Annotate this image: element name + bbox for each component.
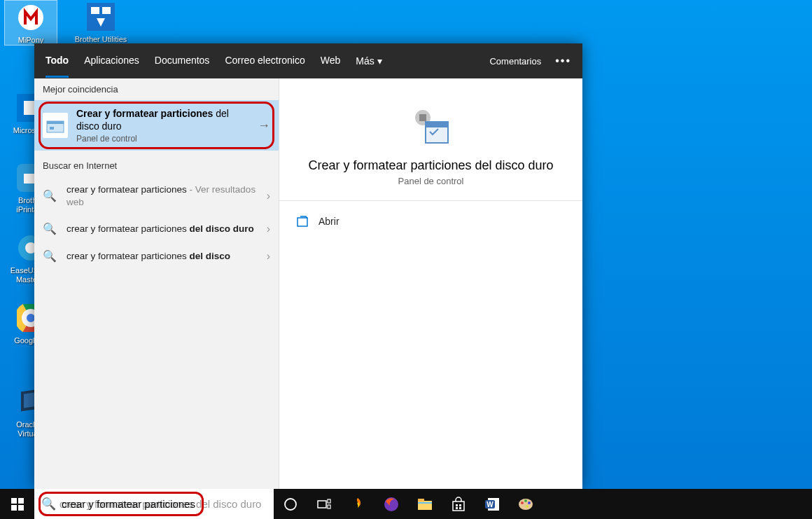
svg-rect-34: [328, 505, 330, 508]
title-bold: Crear y formatear particiones: [76, 108, 213, 119]
search-panel-header: Todo Aplicaciones Documentos Correo elec…: [34, 43, 582, 78]
search-icon: 🔍: [43, 189, 57, 202]
internet-heading: Buscar en Internet: [34, 155, 279, 177]
taskbar-app-store[interactable]: [442, 489, 475, 519]
open-action[interactable]: Abrir: [293, 209, 568, 233]
result-text: crear y formatear particiones del disco: [66, 250, 257, 263]
cortana-button[interactable]: [274, 489, 307, 519]
tab-all[interactable]: Todo: [46, 45, 69, 78]
web-result-1[interactable]: 🔍 crear y formatear particiones del disc…: [34, 215, 279, 242]
svg-rect-38: [418, 502, 432, 504]
taskbar-app-flame[interactable]: [341, 489, 374, 519]
taskbar-app-paint[interactable]: [509, 489, 542, 519]
detail-title: Crear y formatear particiones del disco …: [293, 158, 568, 173]
search-icon: 🔍: [43, 249, 57, 263]
desktop-icon-brother-utilities[interactable]: Brother Utilities: [74, 0, 127, 44]
tab-web[interactable]: Web: [321, 45, 341, 78]
search-icon: 🔍: [43, 222, 57, 235]
svg-rect-40: [456, 504, 458, 506]
arrow-right-icon[interactable]: →: [258, 118, 270, 133]
svg-rect-30: [18, 505, 24, 511]
detail-subtitle: Panel de control: [293, 176, 568, 186]
web-result-2[interactable]: 🔍 crear y formatear particiones del disc…: [34, 242, 279, 270]
result-text: crear y formatear particiones del disco …: [66, 223, 257, 235]
svg-rect-2: [91, 7, 99, 14]
svg-rect-3: [102, 7, 111, 14]
more-label: Más: [356, 55, 374, 67]
app-icon: [14, 1, 48, 34]
chevron-right-icon: ›: [267, 223, 270, 235]
tab-documents[interactable]: Documentos: [155, 45, 210, 78]
svg-rect-41: [459, 504, 461, 506]
svg-rect-39: [453, 501, 464, 511]
app-icon: [84, 0, 118, 34]
svg-rect-32: [318, 501, 326, 508]
search-body: Mejor coincidencia Crear y formatear par…: [34, 78, 582, 489]
task-view-button[interactable]: [307, 489, 341, 519]
svg-rect-28: [18, 498, 24, 504]
search-panel: Todo Aplicaciones Documentos Correo elec…: [34, 43, 582, 489]
result-text: crear y formatear particiones - Ver resu…: [66, 184, 257, 208]
taskbar-search[interactable]: 🔍 crear y formatear particiones del disc…: [34, 489, 274, 519]
best-match-text: Crear y formatear particiones del disco …: [76, 107, 249, 144]
control-panel-icon: [43, 113, 68, 138]
svg-rect-26: [298, 218, 307, 226]
start-button[interactable]: [0, 489, 34, 519]
desktop-icon-mipony[interactable]: MiPony: [4, 0, 57, 46]
detail-column: Crear y formatear particiones del disco …: [279, 78, 582, 489]
svg-rect-21: [50, 127, 54, 130]
open-label: Abrir: [318, 216, 340, 227]
svg-rect-36: [418, 501, 432, 510]
taskbar: 🔍 crear y formatear particiones del disc…: [0, 489, 812, 519]
svg-rect-25: [426, 122, 448, 127]
web-result-0[interactable]: 🔍 crear y formatear particiones - Ver re…: [34, 177, 279, 215]
search-icon: 🔍: [41, 497, 56, 511]
svg-rect-29: [11, 505, 17, 511]
taskbar-app-firefox[interactable]: [374, 489, 408, 519]
svg-rect-27: [11, 498, 17, 504]
tab-email[interactable]: Correo electronico: [225, 45, 304, 78]
svg-rect-43: [459, 507, 461, 509]
best-match-subtitle: Panel de control: [76, 134, 249, 144]
svg-point-50: [528, 501, 531, 504]
results-column: Mejor coincidencia Crear y formatear par…: [34, 78, 279, 489]
tab-more[interactable]: Más▾: [356, 45, 382, 78]
chevron-right-icon: ›: [267, 250, 270, 263]
taskbar-icons: W: [274, 489, 542, 519]
chevron-right-icon: ›: [267, 190, 270, 202]
svg-point-31: [285, 499, 296, 510]
svg-rect-33: [328, 499, 330, 503]
svg-rect-37: [418, 499, 424, 501]
detail-icon: [409, 105, 454, 150]
taskbar-app-word[interactable]: W: [475, 489, 509, 519]
search-tabs: Todo Aplicaciones Documentos Correo elec…: [46, 45, 489, 78]
svg-point-49: [524, 499, 527, 502]
svg-point-51: [526, 505, 528, 508]
svg-rect-42: [456, 507, 458, 509]
feedback-link[interactable]: Comentarios: [489, 56, 541, 67]
best-match-heading: Mejor coincidencia: [34, 78, 279, 100]
taskbar-app-explorer[interactable]: [408, 489, 442, 519]
best-match-result[interactable]: Crear y formatear particiones del disco …: [34, 100, 279, 151]
svg-rect-20: [47, 121, 64, 124]
svg-rect-23: [419, 114, 426, 121]
separator: [279, 200, 582, 201]
chevron-down-icon: ▾: [377, 55, 382, 67]
svg-text:W: W: [486, 501, 493, 508]
tab-apps[interactable]: Aplicaciones: [84, 45, 139, 78]
open-icon: [296, 215, 309, 228]
menu-dots-icon[interactable]: •••: [555, 55, 571, 67]
svg-point-48: [521, 501, 524, 504]
search-input[interactable]: [62, 498, 267, 510]
